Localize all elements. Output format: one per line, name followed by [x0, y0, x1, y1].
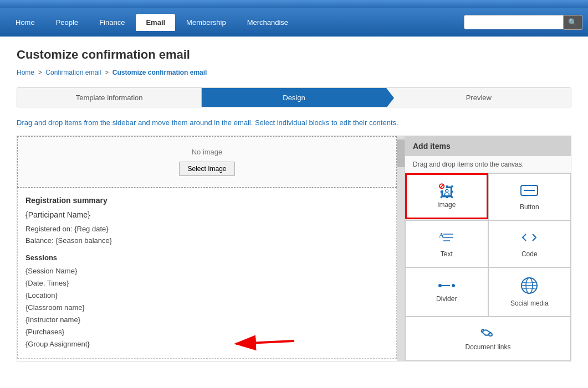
- sidebar-instructions: Drag and drop items onto the canvas.: [405, 156, 571, 173]
- add-item-social-label: Social media: [510, 299, 549, 307]
- add-item-divider-label: Divider: [436, 295, 457, 303]
- page: Customize confirmation email Home > Conf…: [0, 37, 588, 388]
- nav-tab-home[interactable]: Home: [6, 14, 45, 31]
- registration-block[interactable]: Registration summary {Participant Name} …: [17, 188, 397, 359]
- progress-tabs: Template information Design Preview: [17, 87, 571, 107]
- tab-preview[interactable]: Preview: [387, 88, 571, 107]
- select-image-button[interactable]: Select Image: [179, 162, 234, 176]
- add-items-grid: 🖼 ⊘ Image Button: [405, 173, 571, 361]
- email-canvas: No image Select Image Registration summa…: [17, 136, 405, 361]
- nav-tab-merchandise[interactable]: Merchandise: [237, 14, 298, 31]
- no-image-label: No image: [29, 148, 385, 156]
- session-group: {Group Assignment}: [25, 338, 388, 350]
- search-area: 🔍: [464, 15, 582, 30]
- session-name: {Session Name}: [25, 265, 388, 277]
- sessions-list: {Session Name} {Date, Times} {Location} …: [25, 265, 388, 351]
- session-classroom: {Classroom name}: [25, 302, 388, 314]
- add-item-divider[interactable]: Divider: [405, 267, 488, 317]
- canvas-content: No image Select Image Registration summa…: [17, 136, 405, 359]
- add-item-social[interactable]: Social media: [488, 267, 571, 317]
- add-item-code-label: Code: [521, 250, 538, 258]
- reg-balance: Balance: {Season balance}: [25, 235, 388, 247]
- scrollbar-track[interactable]: [397, 136, 405, 361]
- nav-tab-email[interactable]: Email: [136, 14, 175, 31]
- page-title: Customize confirmation email: [17, 48, 571, 62]
- page-inner: Customize confirmation email Home > Conf…: [0, 37, 588, 373]
- nav-tabs: Home People Finance Email Membership Mer…: [6, 14, 464, 31]
- add-item-image-label: Image: [437, 201, 456, 209]
- svg-point-10: [452, 284, 455, 287]
- add-item-image-wrapper: 🖼 ⊘ Image: [405, 173, 488, 220]
- search-input[interactable]: [464, 15, 564, 29]
- session-purchases: {Purchases}: [25, 326, 388, 338]
- tab-design[interactable]: Design: [202, 88, 386, 107]
- breadcrumb: Home > Confirmation email > Customize co…: [17, 69, 571, 76]
- svg-point-8: [438, 284, 442, 287]
- code-icon: [520, 230, 538, 247]
- reg-date: Registered on: {Reg date}: [25, 224, 388, 235]
- nav-tab-membership[interactable]: Membership: [176, 14, 236, 31]
- add-item-image[interactable]: 🖼 ⊘ Image: [405, 173, 488, 219]
- add-items-sidebar: Add items Drag and drop items onto the c…: [405, 136, 571, 361]
- breadcrumb-confirmation[interactable]: Confirmation email: [45, 69, 101, 76]
- add-item-doclinks[interactable]: Document links: [405, 317, 571, 361]
- participant-name: {Participant Name}: [25, 210, 388, 219]
- registration-title: Registration summary: [25, 196, 388, 205]
- reg-details: Registered on: {Reg date} Balance: {Seas…: [25, 224, 388, 247]
- nav-tab-people[interactable]: People: [46, 14, 88, 31]
- sidebar-header: Add items: [405, 136, 571, 156]
- breadcrumb-current: Customize confirmation email: [113, 69, 207, 76]
- session-datetime: {Date, Times}: [25, 277, 388, 289]
- session-instructor: {Instructor name}: [25, 314, 388, 326]
- add-item-doclinks-label: Document links: [465, 343, 510, 351]
- image-block: No image Select Image: [17, 136, 397, 188]
- add-item-code[interactable]: Code: [488, 220, 571, 267]
- main-area: No image Select Image Registration summa…: [17, 136, 571, 361]
- instruction-text: Drag and drop items from the sidebar and…: [17, 118, 571, 127]
- doclinks-icon: [479, 327, 497, 340]
- breadcrumb-home[interactable]: Home: [17, 69, 34, 76]
- button-icon: [520, 183, 538, 200]
- text-icon: A: [438, 230, 456, 247]
- svg-text:A: A: [439, 231, 444, 239]
- top-bar: [0, 0, 588, 8]
- add-item-button-label: Button: [520, 203, 539, 211]
- add-item-button[interactable]: Button: [488, 173, 571, 220]
- nav-tab-finance[interactable]: Finance: [89, 14, 135, 31]
- search-button[interactable]: 🔍: [564, 15, 582, 30]
- divider-icon: [438, 281, 456, 292]
- scrollbar-thumb[interactable]: [397, 139, 405, 167]
- add-item-text-label: Text: [441, 250, 453, 258]
- image-icons: 🖼 ⊘: [439, 184, 454, 201]
- session-location: {Location}: [25, 289, 388, 302]
- no-entry-icon: ⊘: [437, 182, 446, 190]
- sessions-title: Sessions: [25, 254, 388, 262]
- navigation: Home People Finance Email Membership Mer…: [0, 8, 588, 37]
- tab-template-info[interactable]: Template information: [17, 88, 202, 107]
- add-item-text[interactable]: A Text: [405, 220, 488, 267]
- social-icon: [520, 277, 538, 296]
